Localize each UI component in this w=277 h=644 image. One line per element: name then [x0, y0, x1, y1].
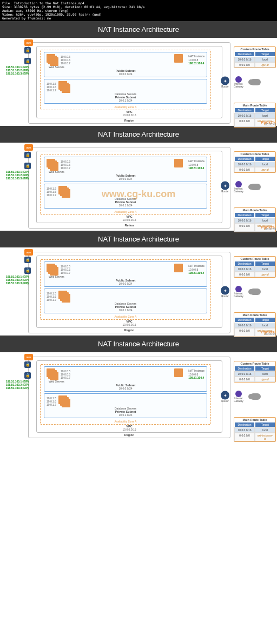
- internet-gateway-icon: Internet Gateway: [230, 181, 247, 193]
- region-container: aws 🔒 🔒 198.51.100.1 (EIP)198.51.100.2 (…: [28, 252, 230, 333]
- diagram-panel-3: Custom Route Table DestinationTarget 10.…: [0, 247, 277, 336]
- region-container: aws 🔒 🔒 198.51.100.1 (EIP)198.51.100.2 (…: [28, 147, 230, 229]
- timestamp: 00:00:59: [266, 227, 276, 231]
- availability-zone: 10.0.0.510.0.0.610.0.0.7 NAT Instance10.…: [40, 364, 211, 425]
- region-container: aws 🔒 🔒 198.51.100.1 (EIP)198.51.100.2 (…: [28, 357, 230, 438]
- web-servers-icon: [47, 54, 58, 66]
- public-subnet: 10.0.0.510.0.0.610.0.0.7 NAT Instance10.…: [44, 366, 207, 392]
- lock-icon: 🔒: [24, 47, 31, 53]
- elastic-ips: 198.51.100.1 (EIP)198.51.100.2 (EIP)198.…: [5, 170, 29, 180]
- aws-badge-icon: aws: [24, 39, 33, 46]
- cloud-icon: [250, 79, 261, 85]
- availability-zone: 10.0.0.510.0.0.610.0.0.7 NAT Instance10.…: [40, 155, 211, 215]
- timestamp: 00:00:49: [266, 123, 276, 126]
- elastic-ips: 198.51.100.1 (EIP)198.51.100.2 (EIP)198.…: [5, 380, 29, 390]
- lock-icon: 🔒: [24, 372, 31, 379]
- cloud-icon: [250, 184, 261, 190]
- router-icon: ✦Router: [221, 77, 229, 88]
- nat-instance-icon: [174, 54, 186, 66]
- diagram-panel-4: Custom Route Table DestinationTarget 10.…: [0, 352, 277, 455]
- panel-title: NAT Instance Architecture: [0, 21, 277, 38]
- vpc-container: ✦Router Internet Gateway 10.0.0.510.0.0.…: [36, 360, 222, 433]
- lock-icon: 🔒: [24, 361, 31, 368]
- timestamp: 00:00:19: [266, 332, 276, 336]
- custom-route-table: Custom Route Table DestinationTarget 10.…: [234, 46, 276, 68]
- diagram-panel-2: www.cg-ku.com Custom Route Table Destina…: [0, 143, 277, 231]
- vpc-container: ✦Router Internet Gateway 10.0.0.510.0.0.…: [36, 46, 222, 118]
- private-subnet: 10.0.1.510.0.1.610.0.1.7 Database Server…: [44, 289, 207, 314]
- panel-title: NAT Instance Architecture: [0, 231, 277, 247]
- private-subnet: 10.0.1.510.0.1.610.0.1.7 Database Server…: [44, 79, 207, 104]
- diagram-panel-1: Custom Route Table DestinationTarget 10.…: [0, 38, 277, 126]
- lock-icon: 🔒: [24, 267, 31, 274]
- nat-instance-icon: [174, 264, 186, 276]
- lock-icon: 🔒: [24, 152, 31, 158]
- db-servers-icon: [58, 395, 70, 407]
- video-metadata: File: Introduction to the Nat Instance.m…: [0, 0, 277, 21]
- internet-gateway-icon: Internet Gateway: [230, 286, 247, 298]
- custom-route-table: Custom Route Table DestinationTarget 10.…: [234, 256, 276, 278]
- aws-badge-icon: aws: [24, 354, 33, 360]
- vpc-container: ✦Router Internet Gateway 10.0.0.510.0.0.…: [36, 256, 222, 328]
- elastic-ips: 198.51.100.1 (EIP)198.51.100.2 (EIP)198.…: [5, 65, 29, 75]
- internet-gateway-icon: Internet Gateway: [230, 391, 247, 403]
- private-subnet: 10.0.1.510.0.1.610.0.1.7 Database Server…: [44, 184, 207, 209]
- router-icon: ✦Router: [221, 286, 229, 298]
- router-icon: ✦Router: [221, 182, 229, 193]
- panel-title: NAT Instance Architecture: [0, 126, 277, 143]
- vpc-container: ✦Router Internet Gateway 10.0.0.510.0.0.…: [36, 151, 222, 223]
- nat-instance-icon: [174, 368, 186, 380]
- availability-zone: 10.0.0.510.0.0.610.0.0.7 NAT Instance10.…: [40, 259, 211, 320]
- main-route-table: Main Route Table DestinationTarget 10.0.…: [234, 417, 276, 442]
- custom-route-table: Custom Route Table DestinationTarget 10.…: [234, 151, 276, 173]
- db-servers-icon: [58, 186, 70, 198]
- internet-gateway-icon: Internet Gateway: [230, 76, 247, 88]
- elastic-ips: 198.51.100.1 (EIP)198.51.100.2 (EIP)198.…: [5, 275, 29, 285]
- public-subnet: 10.0.0.510.0.0.610.0.0.7 NAT Instance10.…: [44, 52, 207, 77]
- lock-icon: 🔒: [24, 163, 31, 169]
- private-subnet: 10.0.1.510.0.1.610.0.1.7 Database Server…: [44, 393, 207, 419]
- cloud-icon: [250, 393, 261, 400]
- cloud-icon: [250, 289, 261, 295]
- web-servers-icon: [47, 368, 58, 380]
- web-servers-icon: [47, 159, 58, 171]
- lock-icon: 🔒: [24, 257, 31, 263]
- availability-zone: 10.0.0.510.0.0.610.0.0.7 NAT Instance10.…: [40, 50, 211, 110]
- public-subnet: 10.0.0.510.0.0.610.0.0.7 NAT Instance10.…: [44, 261, 207, 287]
- public-subnet: 10.0.0.510.0.0.610.0.0.7 NAT Instance10.…: [44, 157, 207, 182]
- db-servers-icon: [58, 81, 70, 93]
- panel-title: NAT Instance Architecture: [0, 336, 277, 352]
- router-icon: ✦Router: [221, 391, 229, 403]
- aws-badge-icon: aws: [24, 249, 33, 256]
- nat-instance-icon: [174, 159, 186, 171]
- custom-route-table: Custom Route Table DestinationTarget 10.…: [234, 361, 276, 383]
- db-servers-icon: [58, 291, 70, 303]
- aws-badge-icon: aws: [24, 144, 33, 151]
- region-container: aws 🔒 🔒 198.51.100.1 (EIP)198.51.100.2 (…: [28, 42, 230, 124]
- lock-icon: 🔒: [24, 58, 31, 64]
- web-servers-icon: [47, 264, 58, 276]
